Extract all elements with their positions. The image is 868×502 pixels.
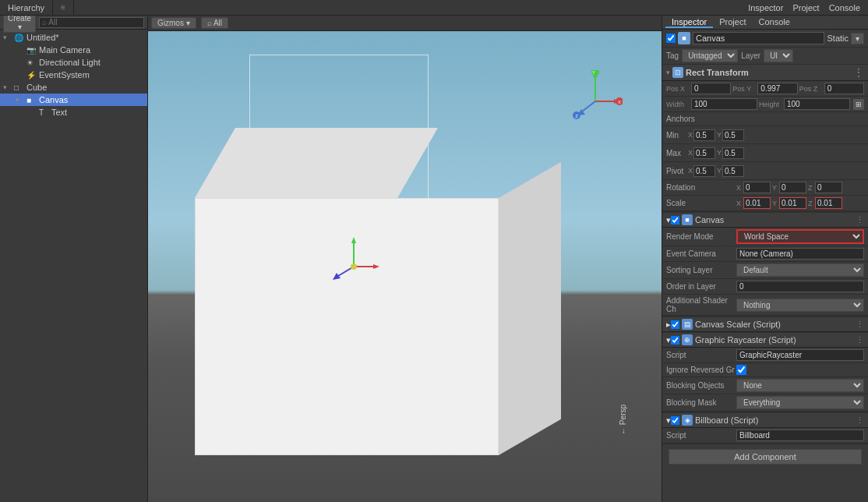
- anchor-min-col: Min X Y: [666, 129, 864, 141]
- billboard-header[interactable]: ▾ ◈ Billboard (Script) ⋮: [662, 412, 868, 428]
- pos-x-label: Pos X: [666, 85, 690, 93]
- rotation-x-item: X: [736, 182, 771, 193]
- rect-transform-menu[interactable]: ⋮: [853, 66, 864, 79]
- scale-x-item: X: [736, 197, 771, 209]
- object-name-field[interactable]: [693, 32, 824, 44]
- tag-dropdown[interactable]: Untagged: [682, 49, 738, 62]
- anchor-min-row: Min X Y: [666, 129, 864, 141]
- rect-transform-section-header[interactable]: ▾ ⊡ Rect Transform ⋮: [662, 65, 868, 81]
- tree-icon-untitled: 🌐: [14, 34, 25, 42]
- anchor-min-x-field[interactable]: [693, 129, 715, 141]
- static-dropdown-button[interactable]: ▾: [851, 33, 864, 44]
- pos-z-field[interactable]: [824, 83, 864, 94]
- add-component-button[interactable]: Add Component: [669, 449, 862, 465]
- scale-y-field[interactable]: [779, 197, 806, 209]
- svg-point-6: [351, 263, 357, 270]
- tab-inspector-active[interactable]: Inspector: [665, 17, 713, 28]
- gr-script-field[interactable]: [736, 349, 864, 361]
- object-active-checkbox[interactable]: [666, 34, 676, 43]
- billboard-script-row: Script: [662, 428, 868, 444]
- gizmo-cube: Y X Z: [568, 70, 623, 133]
- graphic-raycaster-menu-btn[interactable]: ⋮: [856, 335, 864, 345]
- tab-project[interactable]: Project: [788, 3, 824, 12]
- canvas-scaler-icon: ▤: [682, 319, 693, 330]
- blocking-objects-dropdown[interactable]: None: [736, 379, 864, 392]
- canvas-section-menu-btn[interactable]: ⋮: [856, 215, 864, 225]
- hierarchy-search-input[interactable]: [39, 17, 144, 28]
- scale-y-item: Y: [772, 197, 806, 209]
- scene-view: Gizmos ▾ ⌕ All: [148, 16, 662, 502]
- rotation-x-field[interactable]: [743, 182, 771, 193]
- wh-row: Width Height ⊞: [662, 97, 868, 112]
- pos-x-field[interactable]: [691, 83, 731, 94]
- graphic-raycaster-icon: ⊕: [682, 334, 693, 345]
- tree-item-cube[interactable]: ▾ □ Cube: [0, 81, 147, 94]
- tab-hierarchy[interactable]: Hierarchy: [0, 0, 53, 15]
- scale-z-axis-label: Z: [808, 200, 814, 207]
- static-label: Static: [827, 34, 849, 43]
- gizmos-button[interactable]: Gizmos ▾: [151, 17, 196, 29]
- billboard-menu-btn[interactable]: ⋮: [856, 415, 864, 426]
- billboard-script-label: Script: [666, 431, 736, 440]
- tab-inspector[interactable]: Inspector: [743, 3, 788, 12]
- billboard-script-field[interactable]: [736, 430, 864, 441]
- tab-console-inactive[interactable]: Console: [753, 17, 796, 28]
- constrain-proportions-btn[interactable]: ⊞: [853, 99, 864, 110]
- order-in-layer-field[interactable]: [736, 281, 864, 292]
- canvas-scaler-header[interactable]: ▸ ▤ Canvas Scaler (Script) ⋮: [662, 316, 868, 332]
- render-mode-label: Render Mode: [666, 232, 736, 241]
- tab-console[interactable]: Console: [824, 3, 865, 12]
- blocking-mask-dropdown[interactable]: Everything: [736, 396, 864, 409]
- width-field[interactable]: [691, 98, 757, 110]
- layer-dropdown[interactable]: UI: [764, 49, 793, 62]
- ignore-reversed-checkbox[interactable]: [736, 365, 746, 375]
- rotation-y-field[interactable]: [779, 182, 806, 193]
- canvas-active-checkbox[interactable]: [671, 216, 679, 224]
- anchors-label: Anchors: [666, 115, 736, 123]
- graphic-raycaster-header[interactable]: ▾ ⊕ Graphic Raycaster (Script) ⋮: [662, 332, 868, 348]
- anchor-max-x-field[interactable]: [693, 147, 715, 159]
- scene-canvas[interactable]: Y X Z ← Persp: [148, 31, 662, 502]
- transform-gizmo: [323, 235, 385, 298]
- height-label: Height: [759, 101, 782, 108]
- canvas-section-header[interactable]: ▾ ■ Canvas ⋮: [662, 212, 868, 228]
- tree-item-text[interactable]: T Text: [0, 106, 147, 118]
- canvas-scaler-menu-btn[interactable]: ⋮: [856, 320, 864, 330]
- render-mode-dropdown[interactable]: World Space: [736, 229, 864, 244]
- additional-shader-dropdown[interactable]: Nothing: [736, 299, 864, 312]
- tree-item-main-camera[interactable]: 📷 Main Camera: [0, 44, 147, 56]
- anchors-max-section: Max X Y: [662, 144, 868, 162]
- tab-project-inactive[interactable]: Project: [713, 17, 752, 28]
- tree-item-untitled[interactable]: ▾ 🌐 Untitled*: [0, 31, 147, 44]
- scale-x-field[interactable]: [743, 197, 771, 209]
- pos-y-field[interactable]: [757, 83, 797, 94]
- anchor-min-y-field[interactable]: [722, 129, 744, 141]
- pivot-y-field[interactable]: [722, 165, 744, 177]
- tree-item-canvas[interactable]: ▾ ■ Canvas: [0, 94, 147, 106]
- billboard-checkbox[interactable]: [671, 416, 679, 425]
- sorting-layer-dropdown[interactable]: Default: [736, 263, 864, 277]
- canvas-section-icon: ■: [682, 214, 693, 225]
- anchor-max-row: Max X Y: [666, 147, 864, 159]
- rect-transform-icon: ⊡: [672, 67, 683, 78]
- tree-item-event-system[interactable]: ⚡ EventSystem: [0, 69, 147, 81]
- anchor-max-x-label: X: [688, 149, 693, 157]
- svg-marker-1: [351, 237, 356, 243]
- scale-z-field[interactable]: [815, 197, 842, 209]
- pos-z-label: Pos Z: [799, 85, 823, 93]
- graphic-raycaster-checkbox[interactable]: [671, 336, 679, 345]
- anchor-max-y-field[interactable]: [722, 147, 744, 159]
- search-all-button[interactable]: ⌕ All: [201, 17, 228, 29]
- tree-icon-event-system: ⚡: [26, 71, 37, 80]
- svg-marker-5: [333, 273, 340, 280]
- event-camera-field[interactable]: [736, 248, 864, 260]
- scene-collapse-btn[interactable]: ≡: [53, 0, 74, 15]
- tag-label: Tag: [666, 51, 679, 60]
- tree-item-directional-light[interactable]: ☀ Directional Light: [0, 56, 147, 69]
- sorting-layer-label: Sorting Layer: [666, 266, 736, 274]
- height-field[interactable]: [784, 98, 850, 110]
- pivot-x-field[interactable]: [693, 165, 715, 177]
- pos-row: Pos X Pos Y Pos Z: [662, 81, 868, 97]
- canvas-scaler-checkbox[interactable]: [671, 320, 679, 329]
- rotation-z-field[interactable]: [815, 182, 842, 193]
